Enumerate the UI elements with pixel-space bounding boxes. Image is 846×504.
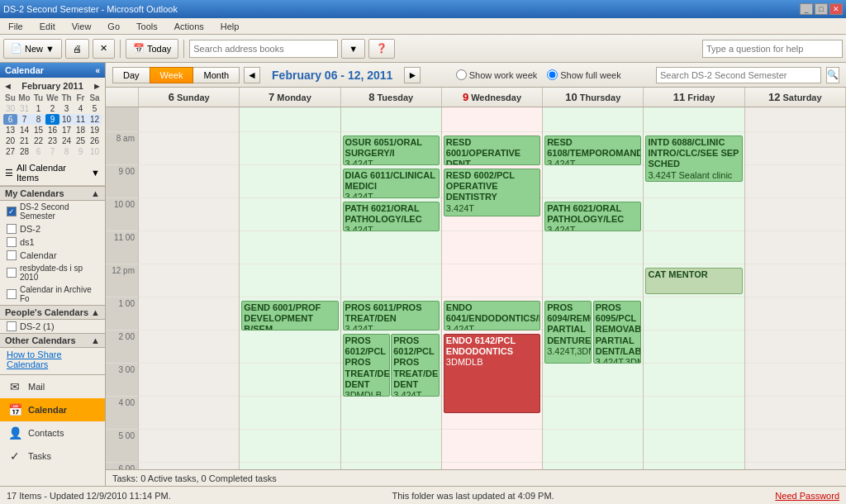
event-path6021-tue[interactable]: PATH 6021/ORAL PATHOLOGY/LEC 3.424T [343, 202, 440, 231]
sidebar-item-calendar[interactable]: Calendar [0, 249, 105, 262]
sidebar-item-ds2second[interactable]: ✓ DS-2 Second Semester [0, 201, 105, 222]
cal-day[interactable]: 21 [17, 136, 31, 146]
menu-view[interactable]: View [67, 20, 97, 33]
cal-day[interactable]: 9 [45, 114, 59, 125]
cal-day[interactable]: 6 [31, 146, 45, 157]
nav-contacts[interactable]: 👤 Contacts [0, 421, 105, 445]
search-input[interactable] [189, 40, 338, 58]
calendar-checkbox[interactable] [7, 289, 17, 299]
calendar-checkbox[interactable] [7, 237, 17, 247]
prev-button[interactable]: ◄ [244, 67, 260, 83]
col-header-sun[interactable]: 6 Sunday [139, 88, 240, 107]
link-share[interactable]: How to Share Calendars [0, 348, 105, 371]
cal-day[interactable]: 10 [88, 146, 102, 157]
col-header-tue[interactable]: 8 Tuesday [341, 88, 442, 107]
cal-day[interactable]: 8 [59, 146, 74, 157]
sidebar-item-ds1[interactable]: ds1 [0, 235, 105, 249]
cal-day[interactable]: 2 [45, 103, 59, 114]
cal-day[interactable]: 27 [3, 146, 17, 157]
show-work-week-option[interactable]: Show work week [456, 69, 538, 80]
event-pros6094[interactable]: PROS 6094/REMOVABLE PARTIAL DENTURE/LE 3… [544, 301, 592, 364]
tab-day[interactable]: Day [112, 67, 150, 83]
cal-day[interactable]: 19 [88, 125, 102, 136]
col-header-mon[interactable]: 7 Monday [240, 88, 340, 107]
print-button[interactable]: 🖨 [65, 39, 89, 59]
event-resd6002[interactable]: RESD 6002/PCL OPERATIVE DENTISTRY 3.424T [444, 169, 540, 216]
menu-tools[interactable]: Tools [131, 20, 163, 33]
show-full-week-option[interactable]: Show full week [547, 69, 620, 80]
cal-day[interactable]: 6 [3, 114, 17, 125]
cal-day[interactable]: 9 [74, 146, 88, 157]
cal-day[interactable]: 11 [74, 114, 88, 125]
cal-day[interactable]: 18 [74, 125, 88, 136]
calendar-checkbox[interactable] [7, 224, 17, 234]
menu-actions[interactable]: Actions [169, 20, 209, 33]
calendar-checkbox[interactable] [7, 268, 17, 278]
cal-day[interactable]: 8 [31, 114, 45, 125]
cal-day[interactable]: 28 [17, 146, 31, 157]
peoples-calendars-header[interactable]: People's Calendars ▲ [0, 305, 105, 320]
event-endo6041[interactable]: ENDO 6041/ENDODONTICS/I 3.424T [444, 301, 540, 330]
event-cat-mentor[interactable]: CAT MENTOR [645, 268, 742, 294]
cal-day[interactable]: 4 [74, 103, 88, 114]
sidebar-item-ds2[interactable]: DS-2 [0, 222, 105, 235]
my-calendars-header[interactable]: My Calendars ▲ [0, 186, 105, 201]
cal-day[interactable]: 3 [59, 103, 74, 114]
menu-help[interactable]: Help [216, 20, 245, 33]
next-button[interactable]: ► [404, 67, 421, 83]
cal-day[interactable]: 31 [17, 103, 31, 114]
sidebar-collapse-icon[interactable]: « [95, 66, 100, 75]
event-pros6012a[interactable]: PROS 6012/PCL PROS TREAT/DENT, DENT 3DMD… [343, 334, 390, 397]
cal-day[interactable]: 20 [3, 136, 17, 146]
new-button[interactable]: 📄 New ▼ [3, 39, 62, 59]
event-resd6108[interactable]: RESD 6108/TEMPOROMAND 3.424T [544, 136, 641, 165]
event-gend6001[interactable]: GEND 6001/PROF DEVELOPMENT B/SEM 108/110… [241, 301, 338, 330]
event-diag6011[interactable]: DIAG 6011/CLINICAL MEDICI 3.424T [343, 169, 440, 198]
menu-file[interactable]: File [3, 20, 28, 33]
event-resd6001[interactable]: RESD 6001/OPERATIVE DENT 3.424T [444, 136, 540, 165]
window-controls[interactable]: _ □ ✕ [800, 3, 843, 15]
search-button[interactable]: ▼ [341, 39, 365, 59]
cal-day[interactable]: 13 [3, 125, 17, 136]
prev-month-icon[interactable]: ◄ [3, 81, 12, 91]
calendar-checkbox[interactable] [7, 250, 17, 260]
today-button[interactable]: 📅 Today [126, 39, 178, 59]
col-header-sat[interactable]: 12 Saturday [745, 88, 846, 107]
nav-mail[interactable]: ✉ Mail [0, 375, 105, 398]
cal-day[interactable]: 12 [88, 114, 102, 125]
menu-go[interactable]: Go [102, 20, 125, 33]
cal-day[interactable]: 1 [31, 103, 45, 114]
tab-week[interactable]: Week [150, 67, 194, 83]
cal-day[interactable]: 14 [17, 125, 31, 136]
delete-button[interactable]: ✕ [93, 39, 115, 59]
col-header-wed[interactable]: 9 Wednesday [442, 88, 543, 107]
help-input[interactable] [702, 40, 843, 58]
minimize-button[interactable]: _ [800, 3, 813, 15]
calendar-checkbox[interactable]: ✓ [7, 207, 17, 216]
nav-calendar[interactable]: 📅 Calendar [0, 398, 105, 421]
cal-day[interactable]: 15 [31, 125, 45, 136]
need-password[interactable]: Need Password [775, 491, 839, 501]
cal-day[interactable]: 10 [59, 114, 74, 125]
sidebar-item-resbydate[interactable]: resbydate-ds i sp 2010 [0, 262, 105, 283]
event-pros6011[interactable]: PROS 6011/PROS TREAT/DEN 3.424T [343, 301, 440, 330]
help-search-button[interactable]: ❓ [368, 39, 395, 59]
event-path6021-thu[interactable]: PATH 6021/ORAL PATHOLOGY/LEC 3.424T [544, 202, 641, 231]
tab-month[interactable]: Month [192, 67, 240, 83]
nav-tasks[interactable]: ✓ Tasks [0, 445, 105, 468]
sidebar-item-ds2-1[interactable]: DS-2 (1) [0, 320, 105, 333]
cal-day[interactable]: 22 [31, 136, 45, 146]
cal-day[interactable]: 16 [45, 125, 59, 136]
cal-day[interactable]: 30 [3, 103, 17, 114]
event-pros6095[interactable]: PROS 6095/PCL REMOVABLE PARTIAL DENT/LAB… [593, 301, 642, 364]
cal-day[interactable]: 23 [45, 136, 59, 146]
cal-day[interactable]: 17 [59, 125, 74, 136]
event-pros6012b[interactable]: PROS 6012/PCL PROS TREAT/DENT, DENT 3.42… [391, 334, 440, 397]
menu-edit[interactable]: Edit [35, 20, 60, 33]
event-osur6051[interactable]: OSUR 6051/ORAL SURGERY/I 3.424T [343, 136, 440, 165]
other-calendars-header[interactable]: Other Calendars ▲ [0, 333, 105, 348]
cal-day[interactable]: 25 [74, 136, 88, 146]
cal-day[interactable]: 7 [17, 114, 31, 125]
calendar-search-input[interactable] [656, 67, 821, 83]
event-endo6142[interactable]: ENDO 6142/PCL ENDODONTICS 3DMDLB [444, 334, 540, 413]
